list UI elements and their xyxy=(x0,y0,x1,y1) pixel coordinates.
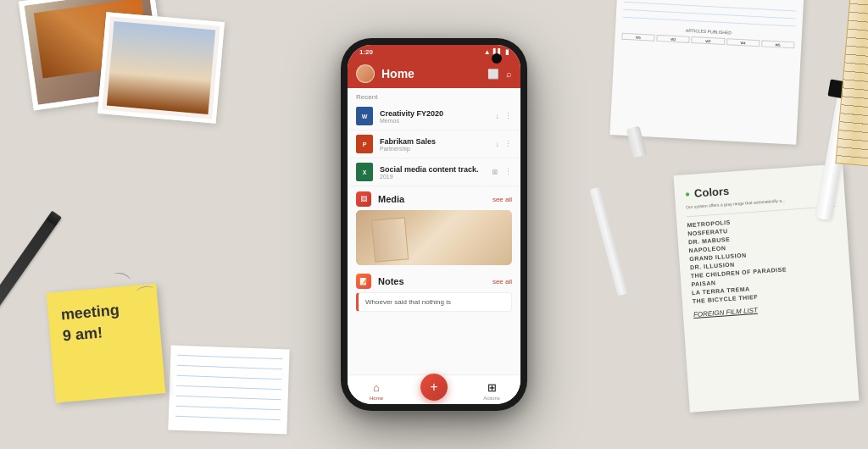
file-icon: 🗎 xyxy=(492,168,499,176)
media-thumbnail[interactable] xyxy=(356,210,512,265)
notes-see-all[interactable]: see all xyxy=(492,278,512,285)
note-preview[interactable]: Whoever said that nothing is xyxy=(356,292,512,312)
recent-item-creativity[interactable]: W Creativity FY2020 Memos ↓ ⋮ xyxy=(348,103,520,130)
recent-item-info: Creativity FY2020 Memos xyxy=(380,109,489,124)
recent-item-name: Creativity FY2020 xyxy=(380,109,489,118)
status-time: 1:20 xyxy=(359,48,373,56)
actions-nav-icon: ⊞ xyxy=(487,381,497,394)
recent-item-fabrikam[interactable]: P Fabrikam Sales Partnership ↓ ⋮ xyxy=(348,130,520,158)
desk-paper-calendar: WRITING SESSIONS ARTICLES PUBLISHED W1 W… xyxy=(609,0,804,145)
notes-section-title: Notes xyxy=(378,276,486,286)
sticky-note-text: meeting9 am! xyxy=(60,297,148,347)
media-section-header: 🖼 Media see all xyxy=(348,186,520,210)
phone-device: 1:20 ▲ ▌▌ ▮ Home ⬜ ⌕ Recent xyxy=(341,38,527,411)
app-bar-icons: ⬜ ⌕ xyxy=(487,69,512,80)
recent-item-actions: ↓ ⋮ xyxy=(496,140,513,148)
media-section-title: Media xyxy=(378,194,486,204)
more-icon[interactable]: ⋮ xyxy=(504,140,512,148)
notes-section-icon: 📝 xyxy=(356,274,371,289)
recent-item-info: Fabrikam Sales Partnership xyxy=(380,137,489,152)
home-nav-label: Home xyxy=(370,396,383,401)
folder-icon[interactable]: ⬜ xyxy=(487,69,499,80)
phone-camera xyxy=(492,53,502,64)
word-icon: W xyxy=(356,107,373,125)
more-icon[interactable]: ⋮ xyxy=(504,168,512,176)
recent-item-social[interactable]: X Social media content track. 2019 🗎 ⋮ xyxy=(348,158,520,186)
more-icon[interactable]: ⋮ xyxy=(504,112,512,120)
content-area: Recent W Creativity FY2020 Memos ↓ ⋮ P xyxy=(348,88,520,374)
actions-nav-label: Actions xyxy=(483,396,500,401)
excel-icon: X xyxy=(356,163,373,181)
add-icon: + xyxy=(430,380,437,395)
download-icon[interactable]: ↓ xyxy=(496,140,500,148)
wifi-icon: ▲ xyxy=(484,48,491,56)
foreign-film-list-label: FOREIGN FILM LIST xyxy=(693,301,843,319)
recent-item-name: Fabrikam Sales xyxy=(380,137,489,146)
media-section-icon: 🖼 xyxy=(356,191,371,207)
media-see-all[interactable]: see all xyxy=(492,196,512,203)
nav-home[interactable]: ⌂ Home xyxy=(348,381,405,401)
download-icon[interactable]: ↓ xyxy=(496,112,500,120)
phone-screen: 1:20 ▲ ▌▌ ▮ Home ⬜ ⌕ Recent xyxy=(348,45,520,404)
powerpoint-icon: P xyxy=(356,135,373,153)
home-nav-icon: ⌂ xyxy=(373,381,380,394)
recent-label: Recent xyxy=(348,88,520,103)
note-preview-text: Whoever said that nothing is xyxy=(365,298,451,306)
recent-item-actions: ↓ ⋮ xyxy=(496,112,513,120)
recent-item-actions: 🗎 ⋮ xyxy=(492,168,512,176)
notes-section-header: 📝 Notes see all xyxy=(348,270,520,292)
recent-item-sub: Memos xyxy=(380,118,489,124)
recent-item-sub: Partnership xyxy=(380,146,489,152)
recent-item-sub: 2019 xyxy=(380,174,485,180)
nav-actions[interactable]: ⊞ Actions xyxy=(463,381,520,401)
app-bar: Home ⬜ ⌕ xyxy=(348,59,520,88)
phone-wrapper: 1:20 ▲ ▌▌ ▮ Home ⬜ ⌕ Recent xyxy=(341,38,527,411)
desk-photo-red xyxy=(97,12,225,124)
recent-item-name: Social media content track. xyxy=(380,165,485,174)
bottom-nav: ⌂ Home + ⊞ Actions xyxy=(348,374,520,404)
battery-icon: ▮ xyxy=(505,48,509,56)
app-title: Home xyxy=(381,67,481,80)
recent-item-info: Social media content track. 2019 xyxy=(380,165,485,180)
add-fab-button[interactable]: + xyxy=(420,374,448,401)
user-avatar[interactable] xyxy=(356,64,375,83)
search-icon[interactable]: ⌕ xyxy=(506,69,512,79)
nav-add[interactable]: + xyxy=(405,380,463,401)
ruled-paper xyxy=(168,346,289,435)
